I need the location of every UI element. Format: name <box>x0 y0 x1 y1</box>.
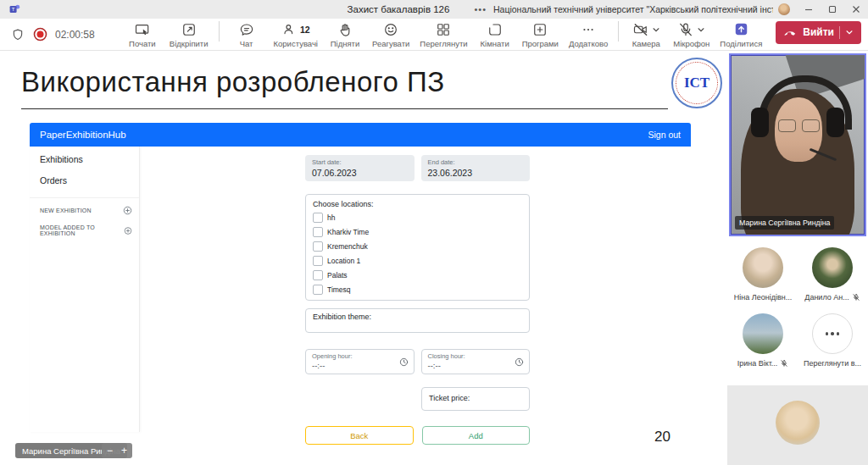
avatar <box>812 247 853 288</box>
location-checkbox-timesq[interactable]: Timesq <box>313 285 522 295</box>
clock-icon[interactable] <box>399 357 409 367</box>
clock-icon[interactable] <box>515 357 524 367</box>
expand-circle-icon[interactable] <box>124 226 132 235</box>
apps-button[interactable]: Програми <box>517 20 564 49</box>
ticket-price-input[interactable]: Ticket price: <box>421 387 530 411</box>
sidebar-section-new-exhibition[interactable]: NEW EXHIBITION <box>30 198 139 217</box>
checkbox[interactable] <box>313 241 323 252</box>
sidebar-item-exhibitions[interactable]: Exhibitions <box>30 147 139 168</box>
participant-tile[interactable]: Данило Ан... <box>802 247 863 302</box>
location-checkbox-kremenchuk[interactable]: Kremenchuk <box>313 241 522 252</box>
sidebar-item-orders[interactable]: Orders <box>30 168 139 189</box>
account-name[interactable]: Національний технічний університет "Харк… <box>493 4 773 14</box>
view-button[interactable]: Переглянути <box>415 20 472 49</box>
leave-divider <box>839 26 840 39</box>
location-checkbox-location-1[interactable]: Location 1 <box>313 256 522 266</box>
app-header: PaperExhibitionHub Sign out <box>30 123 691 147</box>
react-button[interactable]: Реагувати <box>367 20 415 49</box>
hangup-phone-icon <box>783 25 798 40</box>
participants-count-badge: 12 <box>300 25 310 35</box>
closing-hour-input[interactable]: Closing hour: --:-- <box>421 349 531 374</box>
people-icon <box>281 21 298 38</box>
chevron-down-icon[interactable] <box>652 25 660 34</box>
avatar <box>743 247 783 288</box>
avatar <box>743 313 783 354</box>
recording-indicator-icon <box>33 27 47 42</box>
unpin-button[interactable]: Відкріпити <box>164 20 214 49</box>
participant-tile[interactable]: Ірина Вікт... <box>732 313 793 368</box>
mic-off-icon <box>780 359 788 368</box>
meeting-toolbar: 02:00:58 Почати Відкріпити Чат <box>0 19 868 51</box>
location-checkbox-kharkiv-time[interactable]: Kharkiv Time <box>313 227 522 237</box>
exhibition-theme-input[interactable]: Exhibition theme: <box>305 308 530 333</box>
share-button[interactable]: Поділитися <box>715 20 767 49</box>
more-button[interactable]: Додатково <box>564 20 613 49</box>
checkbox[interactable] <box>313 256 323 266</box>
back-button[interactable]: Back <box>305 426 414 445</box>
start-date-value: 07.06.2023 <box>312 168 408 178</box>
chevron-down-icon[interactable] <box>697 25 705 34</box>
app-brand: PaperExhibitionHub <box>40 130 126 140</box>
end-date-field[interactable]: End date: 23.06.2023 <box>421 155 531 181</box>
speaker-video-tile[interactable]: Марина Сергіївна Риндіна <box>729 53 866 236</box>
zoom-in-button[interactable]: + <box>121 446 127 456</box>
window-titlebar: T Захист бакалаврів 126 ••• Національний… <box>0 0 868 19</box>
opening-hour-input[interactable]: Opening hour: --:-- <box>305 349 415 374</box>
raise-hand-button[interactable]: Підняти <box>323 20 367 49</box>
chevron-down-icon[interactable] <box>845 28 854 36</box>
locations-group: Choose locations: hh Kharkiv Time Kremen… <box>305 194 530 301</box>
maximize-button[interactable] <box>821 0 844 19</box>
recording-timer: 02:00:58 <box>55 29 95 41</box>
shared-screen-stage: Використання розробленого ПЗ ІСТ PaperEx… <box>0 51 727 465</box>
leave-button[interactable]: Вийти <box>776 21 861 44</box>
camera-button[interactable]: Камера <box>624 20 668 49</box>
sign-out-link[interactable]: Sign out <box>648 130 681 140</box>
app-content: Start date: 07.06.2023 End date: 23.06.2… <box>140 147 691 432</box>
self-preview-panel[interactable] <box>727 385 868 465</box>
paper-exhibition-hub-app: PaperExhibitionHub Sign out Exhibitions … <box>30 123 691 432</box>
microphone-button[interactable]: Мікрофон <box>668 20 715 49</box>
expand-circle-icon[interactable] <box>123 206 132 215</box>
checkbox[interactable] <box>313 213 323 223</box>
shield-icon <box>10 27 25 42</box>
close-button[interactable] <box>844 0 868 19</box>
end-date-value: 23.06.2023 <box>428 168 524 178</box>
chat-button[interactable]: Чат <box>225 20 269 49</box>
view-more-participants-tile[interactable]: Переглянути в... <box>802 313 863 368</box>
slide-title-underline <box>21 108 668 109</box>
start-date-field[interactable]: Start date: 07.06.2023 <box>305 155 415 181</box>
more-participants-icon[interactable] <box>812 313 853 354</box>
participant-tile[interactable]: Ніна Леонідівн... <box>732 247 793 302</box>
minimize-button[interactable] <box>797 0 821 19</box>
participant-tiles: Ніна Леонідівн... Данило Ан... Ірина Вік… <box>732 247 863 368</box>
locations-label: Choose locations: <box>313 200 522 208</box>
camera-off-icon <box>632 21 649 38</box>
location-checkbox-hh[interactable]: hh <box>313 213 522 223</box>
mic-off-icon <box>852 293 860 302</box>
mic-off-icon <box>677 21 694 38</box>
checkbox[interactable] <box>313 270 323 280</box>
gallery-view-icon <box>435 21 452 38</box>
account-avatar[interactable] <box>778 3 790 15</box>
exhibition-form: Start date: 07.06.2023 End date: 23.06.2… <box>305 155 530 445</box>
self-avatar <box>776 401 820 445</box>
checkbox[interactable] <box>313 285 323 295</box>
titlebar-overflow-icon[interactable]: ••• <box>474 4 487 14</box>
app-sidebar: Exhibitions Orders NEW EXHIBITION MODEL … <box>30 147 140 432</box>
participants-button[interactable]: 12 Користувачі <box>269 20 323 49</box>
sidebar-section-model-added[interactable]: MODEL ADDED TO EXHIBITION <box>30 217 139 238</box>
slide-page-number: 20 <box>654 429 670 446</box>
breakout-rooms-icon <box>487 21 504 38</box>
zoom-out-button[interactable]: − <box>107 446 113 456</box>
speaker-name-tag: Марина Сергіївна Риндіна <box>735 216 834 230</box>
checkbox[interactable] <box>313 227 323 237</box>
rooms-button[interactable]: Кімнати <box>473 20 517 49</box>
add-button[interactable]: Add <box>422 426 531 445</box>
unpin-icon <box>181 21 198 38</box>
svg-text:T: T <box>12 7 15 12</box>
share-screen-icon <box>733 21 749 37</box>
apps-plus-icon <box>531 21 548 38</box>
toolbar-divider <box>618 21 619 42</box>
location-checkbox-palats[interactable]: Palats <box>313 270 522 280</box>
start-presenting-button[interactable]: Почати <box>120 20 164 49</box>
